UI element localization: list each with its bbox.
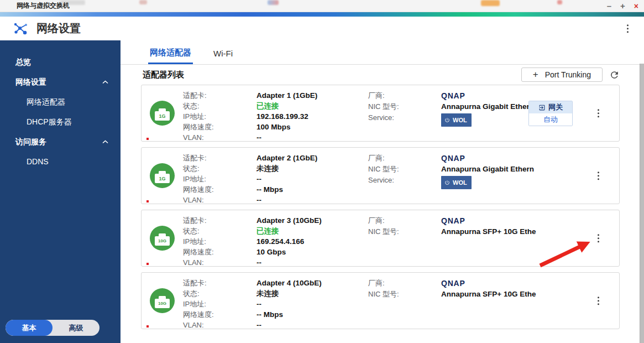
screen: 网络与虚拟交换机 – + × 网络设置	[0, 0, 644, 343]
field-label: NIC 型号:	[368, 164, 441, 175]
qnap-logo-accent	[146, 138, 149, 140]
window-controls: – + ×	[607, 0, 638, 12]
field-label: 状态:	[183, 101, 256, 111]
sidebar-item-overview[interactable]: 总览	[0, 52, 121, 72]
field-label: VLAN:	[183, 257, 256, 268]
sidebar-item-access-services[interactable]: 访问服务	[0, 132, 121, 152]
background-app-ghost	[268, 0, 279, 5]
adapter-card-2: 1G 适配卡: 状态: IP地址: 网络速度: VLAN: Adapter 2 …	[141, 147, 620, 204]
page-title: 网络设置	[36, 21, 81, 36]
field-label: VLAN:	[183, 320, 256, 330]
gateway-widget[interactable]: 网关 自动	[528, 101, 573, 126]
field-label: Service:	[368, 175, 441, 186]
adapter-menu-button[interactable]	[595, 232, 602, 245]
qnap-logo: QNAP	[441, 215, 465, 226]
scrollbar[interactable]	[640, 64, 644, 343]
field-label: 厂商:	[368, 215, 441, 226]
field-label: 适配卡:	[183, 215, 256, 226]
adapter-menu-button[interactable]	[595, 169, 602, 183]
adapter-card-4: 10G 适配卡: 状态: IP地址: 网络速度: VLAN: Adapter 4…	[141, 272, 620, 329]
chevron-up-icon	[102, 140, 108, 144]
field-label: 状态:	[183, 226, 256, 236]
main-content: 网络适配器 Wi-Fi 适配器列表 + Port Trunking	[121, 40, 644, 343]
sidebar-item-dhcp-server[interactable]: DHCP服务器	[0, 112, 121, 132]
qnap-logo-accent	[146, 263, 149, 265]
qnap-logo: QNAP	[441, 278, 465, 289]
speed-value: -- Mbps	[256, 184, 368, 195]
mode-basic-button[interactable]: 基本	[6, 320, 53, 336]
maximize-button[interactable]: +	[620, 0, 625, 12]
field-label: 状态:	[183, 163, 256, 174]
mode-toggle: 基本 高级	[6, 320, 100, 336]
adapter-menu-button[interactable]	[595, 294, 602, 308]
vlan-value: --	[256, 320, 368, 330]
field-label: 网络速度:	[183, 184, 256, 195]
tab-network-adapter[interactable]: 网络适配器	[148, 48, 193, 64]
refresh-button[interactable]	[609, 70, 620, 80]
adapter-name: Adapter 3 (10GbE)	[256, 215, 368, 226]
field-label: 网络速度:	[183, 247, 256, 257]
gateway-exit-icon	[538, 104, 546, 111]
window-title: 网络与虚拟交换机	[17, 1, 70, 11]
field-label: VLAN:	[183, 132, 256, 143]
wol-badge: WOL	[441, 176, 472, 189]
field-label: 适配卡:	[183, 278, 256, 288]
field-label: 厂商:	[368, 90, 441, 101]
ip-value: 169.254.4.166	[256, 236, 368, 247]
field-label: 适配卡:	[183, 90, 256, 101]
brand-gradient-strip	[0, 12, 644, 17]
field-label: 适配卡:	[183, 153, 256, 163]
ip-value: --	[256, 299, 368, 309]
power-icon	[444, 180, 450, 185]
background-app-ghost	[557, 0, 562, 4]
network-app-icon	[12, 20, 29, 37]
nic-model: Annapurna Gigabit Ethern	[441, 164, 535, 175]
list-header: 适配器列表 + Port Trunking	[121, 65, 644, 85]
sidebar: 总览 网络设置 网络适配器 DHCP服务器 访问服务	[0, 40, 121, 343]
sidebar-item-network-settings[interactable]: 网络设置	[0, 72, 121, 92]
field-label: Service:	[368, 112, 441, 123]
field-label: IP地址:	[183, 111, 256, 122]
close-button[interactable]: ×	[634, 0, 638, 12]
field-label: NIC 型号:	[368, 226, 441, 237]
qnap-logo-accent	[146, 200, 149, 202]
os-titlebar: 网络与虚拟交换机 – + ×	[0, 0, 644, 12]
field-label: 厂商:	[368, 153, 441, 164]
refresh-icon	[609, 70, 620, 80]
vlan-value: --	[256, 257, 368, 268]
status-value: 未连接	[256, 163, 368, 174]
minimize-button[interactable]: –	[607, 0, 611, 12]
gateway-mode[interactable]: 自动	[529, 113, 572, 126]
speed-value: -- Mbps	[256, 309, 368, 320]
sidebar-item-ddns[interactable]: DDNS	[0, 152, 121, 172]
header-menu-button[interactable]	[625, 22, 631, 35]
status-value: 已连接	[256, 226, 368, 236]
adapter-menu-button[interactable]	[595, 107, 602, 120]
nic-model: Annapurna SFP+ 10G Ethe	[441, 226, 535, 237]
tab-bar: 网络适配器 Wi-Fi	[121, 40, 644, 65]
field-label: 状态:	[183, 288, 256, 299]
wol-badge: WOL	[441, 113, 472, 127]
field-label: 厂商:	[368, 278, 441, 289]
background-app-ghost	[481, 0, 500, 6]
sidebar-item-network-adapter[interactable]: 网络适配器	[0, 92, 121, 112]
list-title: 适配器列表	[143, 70, 184, 80]
ethernet-port-icon: 10G	[150, 288, 175, 313]
qnap-logo-accent	[146, 325, 149, 328]
field-label: 网络速度:	[183, 122, 256, 132]
plus-icon: +	[533, 71, 538, 79]
mode-advanced-button[interactable]: 高级	[53, 320, 100, 336]
field-label: IP地址:	[183, 299, 256, 309]
adapter-name: Adapter 4 (10GbE)	[256, 278, 368, 288]
nic-model: Annapurna SFP+ 10G Ethe	[441, 289, 535, 300]
ip-value: --	[256, 174, 368, 184]
tab-wifi[interactable]: Wi-Fi	[212, 49, 234, 64]
field-label: VLAN:	[183, 195, 256, 205]
vlan-value: --	[256, 195, 368, 205]
status-value: 未连接	[256, 288, 368, 299]
qnap-logo: QNAP	[441, 153, 465, 164]
port-trunking-button[interactable]: + Port Trunking	[521, 67, 603, 82]
ethernet-port-icon: 10G	[150, 226, 175, 251]
adapter-card-3: 10G 适配卡: 状态: IP地址: 网络速度: VLAN: Adapter 3…	[141, 210, 620, 267]
field-label: IP地址:	[183, 174, 256, 184]
